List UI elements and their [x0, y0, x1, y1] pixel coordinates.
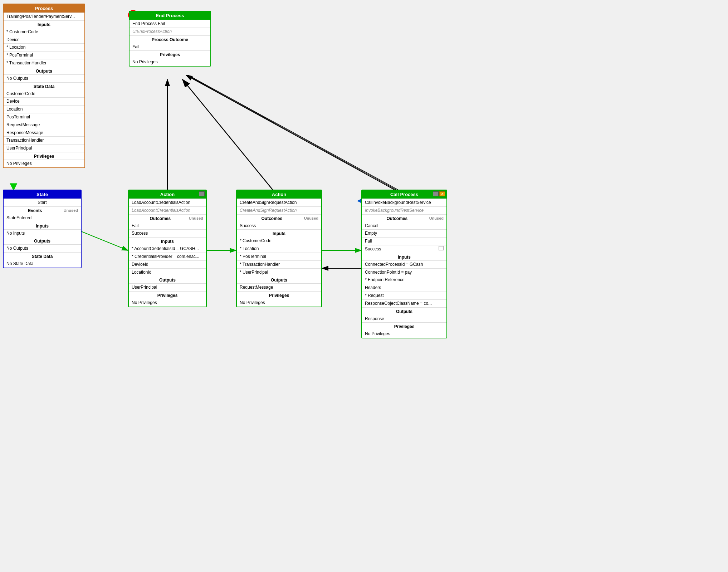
process-privileges-title: Privileges: [4, 152, 84, 160]
process-sd-6: TransactionHandler: [4, 136, 84, 144]
callprocess-card: Call Process ⚠ CallInvokeBackgroundRestS…: [361, 190, 447, 338]
callprocess-icons: ⚠: [433, 191, 445, 196]
callprocess-outcome-2: Fail: [362, 237, 446, 245]
process-sd-0: CustomerCode: [4, 90, 84, 98]
end-process-privileges: No Privileges: [130, 58, 210, 66]
state-name: Start: [4, 199, 81, 206]
action1-input-2: DeviceId: [129, 260, 206, 268]
process-input-2: * Location: [4, 43, 84, 51]
action2-header: Action: [237, 190, 321, 199]
process-inputs-title: Inputs: [4, 20, 84, 28]
process-sd-1: Device: [4, 97, 84, 105]
state-events-title: Events Unused: [4, 206, 81, 214]
end-process-outcome: Fail: [130, 43, 210, 51]
action1-icon: [199, 191, 205, 196]
process-sd-7: UserPrincipal: [4, 144, 84, 152]
action2-inputs-title: Inputs: [237, 229, 321, 237]
action1-privileges-title: Privileges: [129, 291, 206, 299]
callprocess-name: CallInvokeBackgroundRestService: [362, 199, 446, 206]
state-outputs: No Outputs: [4, 244, 81, 252]
callprocess-input-5: ResponseObjectClassName = co...: [362, 299, 446, 307]
process-sd-2: Location: [4, 105, 84, 113]
action2-input-1: * Location: [237, 245, 321, 253]
callprocess-outcome-0: Cancel: [362, 222, 446, 230]
process-sd-5: ResponseMessage: [4, 129, 84, 137]
action1-outcome-1: Success: [129, 229, 206, 237]
state-events-badge: Unused: [64, 208, 78, 212]
action1-card: Action LoadAccountCredentialsAction Load…: [128, 190, 207, 307]
svg-line-9: [187, 75, 402, 193]
action1-action: LoadAccountCredentialsAction: [129, 206, 206, 214]
process-privileges: No Privileges: [4, 160, 84, 167]
callprocess-outputs-title: Outputs: [362, 307, 446, 315]
callprocess-success-checkbox[interactable]: [439, 246, 444, 250]
callprocess-header-label: Call Process: [390, 192, 418, 197]
callprocess-privileges: No Privileges: [362, 330, 446, 338]
state-card: State Start Events Unused StateEntered I…: [3, 190, 82, 268]
callprocess-outcome-3: Success: [362, 245, 446, 253]
process-input-3: * PosTerminal: [4, 51, 84, 59]
state-statedata: No State Data: [4, 260, 81, 268]
callprocess-input-2: * EndpointReference: [362, 276, 446, 284]
action1-outcomes-badge: Unused: [189, 216, 203, 220]
process-sd-3: PosTerminal: [4, 113, 84, 121]
action1-header: Action: [129, 190, 206, 199]
callprocess-inputs-title: Inputs: [362, 253, 446, 260]
state-inputs: No Inputs: [4, 229, 81, 237]
action2-outcomes-title: Outcomes Unused: [237, 214, 321, 222]
action2-input-4: * UserPrincipal: [237, 268, 321, 276]
action1-name: LoadAccountCredentialsAction: [129, 199, 206, 206]
action2-action: CreateAndSignRequestAction: [237, 206, 321, 214]
end-process-name: End Process Fail: [130, 20, 210, 28]
action2-input-0: * CustomerCode: [237, 237, 321, 245]
callprocess-privileges-title: Privileges: [362, 322, 446, 330]
end-process-header: End Process: [130, 11, 210, 20]
action2-card: Action CreateAndSignRequestAction Create…: [236, 190, 322, 307]
action1-privileges: No Privileges: [129, 299, 206, 307]
callprocess-input-1: ConnectionPointId = pay: [362, 268, 446, 276]
process-outputs-title: Outputs: [4, 67, 84, 74]
svg-line-6: [182, 79, 275, 193]
end-process-action: UIEndProcessAction: [130, 28, 210, 35]
callprocess-input-4: * Request: [362, 292, 446, 299]
action2-output-0: RequestMessage: [237, 283, 321, 291]
action1-output-0: UserPrincipal: [129, 283, 206, 291]
callprocess-action: InvokeBackgroundRestService: [362, 206, 446, 214]
callprocess-outcomes-badge: Unused: [429, 216, 444, 220]
action2-outcome-0: Success: [237, 222, 321, 230]
process-input-0: * CustomerCode: [4, 28, 84, 36]
end-process-card: End Process End Process Fail UIEndProces…: [129, 11, 211, 67]
state-outputs-title: Outputs: [4, 237, 81, 244]
process-card: Process Training/Pos/Tender/PaymentServ.…: [3, 4, 85, 168]
end-process-outcome-title: Process Outcome: [130, 35, 210, 43]
process-input-1: Device: [4, 36, 84, 44]
action2-privileges: No Privileges: [237, 299, 321, 307]
process-outputs: No Outputs: [4, 74, 84, 82]
callprocess-outcome-1: Empty: [362, 229, 446, 237]
action1-header-label: Action: [160, 192, 175, 197]
action1-input-1: * CredentialsProvider = com.enac...: [129, 253, 206, 260]
process-path: Training/Pos/Tender/PaymentServ...: [4, 13, 84, 20]
end-process-privileges-title: Privileges: [130, 50, 210, 58]
action1-input-0: * AccountCredentialsId = GCASH...: [129, 245, 206, 253]
action2-input-2: * PosTerminal: [237, 253, 321, 260]
state-header: State: [4, 190, 81, 199]
process-sd-4: RequestMessage: [4, 121, 84, 129]
callprocess-output-0: Response: [362, 315, 446, 323]
state-statedata-title: State Data: [4, 252, 81, 260]
callprocess-warn-icon: ⚠: [439, 191, 445, 196]
callprocess-outcomes-title: Outcomes Unused: [362, 214, 446, 222]
action2-header-label: Action: [272, 192, 286, 197]
callprocess-input-3: Headers: [362, 284, 446, 292]
action1-outcomes-title: Outcomes Unused: [129, 214, 206, 222]
action2-input-3: * TransactionHandler: [237, 260, 321, 268]
state-inputs-title: Inputs: [4, 222, 81, 229]
svg-line-3: [75, 229, 128, 250]
action1-input-3: LocationId: [129, 268, 206, 276]
svg-line-8: [186, 75, 401, 193]
action2-outputs-title: Outputs: [237, 276, 321, 283]
action1-outputs-title: Outputs: [129, 276, 206, 283]
action1-outcome-0: Fail: [129, 222, 206, 230]
process-header: Process: [4, 4, 84, 13]
callprocess-input-0: ConnectedProcessId = GCash: [362, 260, 446, 268]
